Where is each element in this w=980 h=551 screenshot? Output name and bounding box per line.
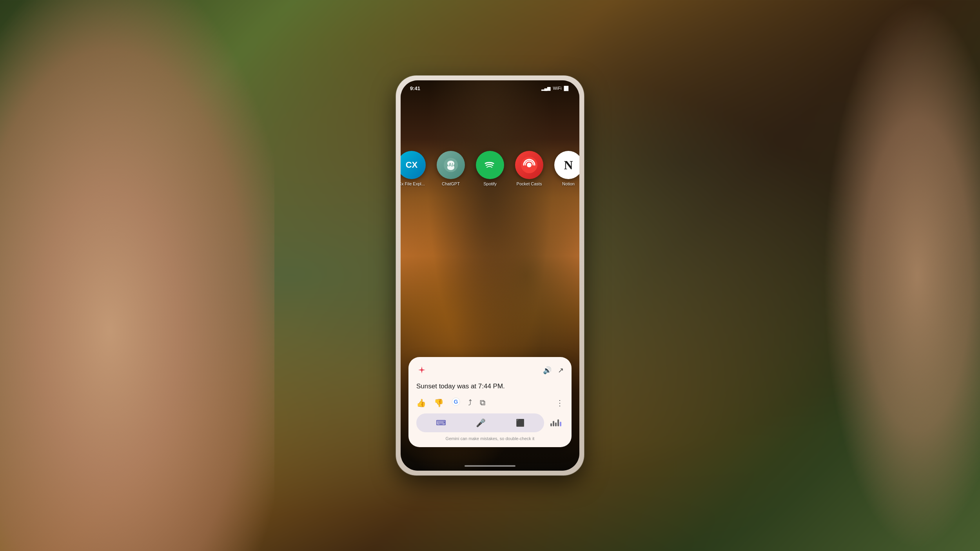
phone-wrapper: 9:41 ▂▄▆ WiFi █▌ CX Cx File Expl...	[396, 76, 584, 475]
share-icon[interactable]: ⤴	[468, 398, 472, 407]
status-time: 9:41	[410, 85, 420, 91]
thumbs-down-icon[interactable]: 👎	[434, 398, 444, 408]
app-icon-cx-file-explorer[interactable]: CX Cx File Expl...	[401, 151, 426, 186]
app-icon-chatgpt[interactable]: AI ChatGPT	[437, 151, 465, 186]
svg-text:G: G	[454, 399, 458, 405]
gemini-input-row: ⌨ 🎤 ⬛	[416, 413, 564, 432]
notion-label: Notion	[562, 181, 575, 186]
gemini-feedback-icons: 👍 👎 G ⤴ ⧉	[416, 397, 485, 408]
gemini-panel: 🔊 ↗ Sunset today was at 7:44 PM. 👍 👎	[408, 357, 572, 448]
phone-screen: 9:41 ▂▄▆ WiFi █▌ CX Cx File Expl...	[401, 80, 579, 471]
gemini-header-actions: 🔊 ↗	[543, 366, 564, 375]
hand-right	[823, 0, 980, 551]
volume-icon[interactable]: 🔊	[543, 366, 552, 375]
pocket-casts-icon	[515, 151, 543, 179]
chatgpt-label: ChatGPT	[442, 181, 460, 186]
app-icon-spotify[interactable]: Spotify	[476, 151, 504, 186]
gemini-input-pill[interactable]: ⌨ 🎤 ⬛	[416, 413, 544, 432]
gemini-response-text: Sunset today was at 7:44 PM.	[416, 381, 564, 392]
more-options-icon[interactable]: ⋮	[556, 398, 564, 408]
gemini-actions-row: 👍 👎 G ⤴ ⧉ ⋮	[416, 397, 564, 408]
cx-file-explorer-label: Cx File Expl...	[401, 181, 425, 186]
chatgpt-icon: AI	[437, 151, 465, 179]
gemini-disclaimer: Gemini can make mistakes, so double-chec…	[416, 436, 564, 441]
thumbs-up-icon[interactable]: 👍	[416, 398, 426, 408]
microphone-icon[interactable]: 🎤	[476, 418, 486, 428]
wifi-icon: WiFi	[553, 86, 561, 91]
battery-icon: █▌	[564, 86, 570, 91]
keyboard-icon[interactable]: ⌨	[436, 419, 446, 427]
home-indicator[interactable]	[465, 465, 515, 467]
copy-icon[interactable]: ⧉	[480, 398, 485, 407]
gemini-spark-icon	[416, 365, 427, 376]
pocket-casts-label: Pocket Casts	[517, 181, 542, 186]
svg-text:AI: AI	[448, 162, 453, 168]
status-icons: ▂▄▆ WiFi █▌	[541, 86, 570, 91]
hand-left	[0, 0, 274, 551]
phone-body: 9:41 ▂▄▆ WiFi █▌ CX Cx File Expl...	[396, 76, 584, 475]
signal-icon: ▂▄▆	[541, 86, 551, 91]
spotify-icon	[476, 151, 504, 179]
gemini-header: 🔊 ↗	[416, 365, 564, 376]
voice-bars-icon[interactable]	[548, 415, 564, 431]
cx-file-explorer-icon: CX	[401, 151, 426, 179]
app-icon-notion[interactable]: N Notion	[554, 151, 579, 186]
notion-icon: N	[554, 151, 579, 179]
google-search-icon[interactable]: G	[452, 397, 460, 408]
app-icons-row: CX Cx File Expl... AI ChatGPT	[401, 151, 579, 186]
app-icon-pocket-casts[interactable]: Pocket Casts	[515, 151, 543, 186]
status-bar: 9:41 ▂▄▆ WiFi █▌	[401, 80, 579, 96]
svg-point-4	[527, 163, 532, 167]
spotify-label: Spotify	[483, 181, 497, 186]
camera-icon[interactable]: ⬛	[516, 419, 524, 427]
external-link-icon[interactable]: ↗	[558, 366, 564, 375]
